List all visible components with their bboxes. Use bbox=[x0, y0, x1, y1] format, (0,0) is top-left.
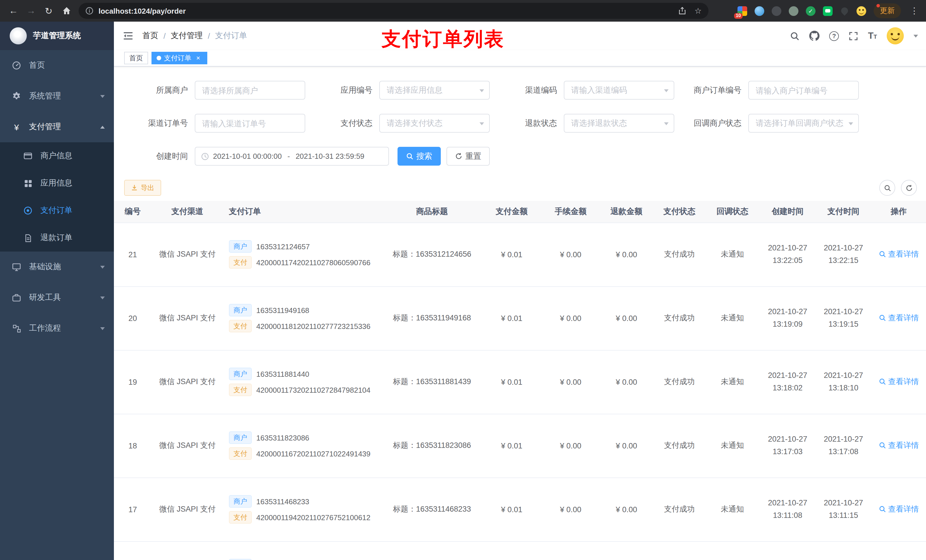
extension-check-icon[interactable]: ✓ bbox=[806, 6, 816, 16]
tab-pay-orders[interactable]: 支付订单× bbox=[151, 52, 207, 64]
view-detail-link[interactable]: 查看详情 bbox=[878, 313, 919, 323]
fullscreen-icon[interactable] bbox=[849, 31, 858, 41]
header-action: 操作 bbox=[872, 201, 926, 222]
font-size-icon[interactable]: TT bbox=[868, 31, 877, 41]
browser-update-button[interactable]: 更新 bbox=[874, 3, 901, 18]
cell-amount: ¥ 0.01 bbox=[481, 477, 542, 541]
sidebar-item-payment[interactable]: ¥ 支付管理 bbox=[0, 112, 114, 142]
update-label: 更新 bbox=[880, 6, 895, 16]
sidebar-item-dev-tools[interactable]: 研发工具 bbox=[0, 282, 114, 313]
merchant-input[interactable] bbox=[195, 81, 305, 100]
cell-notify: 未通知 bbox=[705, 350, 760, 414]
merchant-order-no-input[interactable] bbox=[748, 81, 859, 100]
help-icon[interactable]: ? bbox=[829, 31, 839, 41]
filter-row-2: 渠道订单号 支付状态 请选择支付状态 退款状态 请选择退款状态 回调商户状态 请… bbox=[114, 114, 926, 133]
pay-order-no: 4200001194202110276752100612 bbox=[256, 513, 371, 522]
search-icon[interactable] bbox=[790, 31, 800, 41]
pay-tag: 支付 bbox=[229, 383, 252, 396]
pay-time: 13:17:08 bbox=[816, 445, 872, 458]
header-refund: 退款金额 bbox=[599, 201, 654, 222]
target-icon bbox=[23, 206, 33, 215]
app-select[interactable]: 请选择应用信息 bbox=[379, 81, 490, 100]
sidebar-item-pay-orders[interactable]: 支付订单 bbox=[0, 197, 114, 224]
share-icon[interactable] bbox=[679, 7, 687, 15]
view-detail-link[interactable]: 查看详情 bbox=[878, 377, 919, 387]
sidebar-fold-icon[interactable] bbox=[123, 30, 134, 42]
cell-create-time: 2021-10-27 13:11:08 bbox=[760, 477, 816, 541]
main-area: 首页 / 支付管理 / 支付订单 支付订单列表 ? bbox=[114, 22, 926, 560]
tab-close-icon[interactable]: × bbox=[194, 54, 202, 62]
profile-avatar-icon[interactable] bbox=[856, 6, 866, 16]
cell-order: 商户 1635311823086 支付 42000011672021102710… bbox=[223, 414, 383, 477]
refresh-table-button[interactable] bbox=[901, 180, 917, 196]
chevron-down-icon bbox=[849, 122, 853, 125]
channel-order-no-input[interactable] bbox=[195, 114, 305, 133]
cell-amount: ¥ 0.01 bbox=[481, 350, 542, 414]
cell-order: 商户 1635312124657 支付 42000011742021102780… bbox=[223, 222, 383, 286]
user-avatar[interactable] bbox=[887, 27, 904, 44]
reload-icon[interactable]: ↻ bbox=[41, 3, 56, 18]
cell-status: 支付成功 bbox=[654, 222, 705, 286]
merchant-order-no: 1635311823086 bbox=[256, 433, 309, 442]
sidebar-item-workflow[interactable]: 工作流程 bbox=[0, 313, 114, 344]
extension-dark-icon[interactable] bbox=[772, 6, 781, 16]
view-detail-link[interactable]: 查看详情 bbox=[878, 504, 919, 515]
extension-drop-icon[interactable] bbox=[755, 6, 764, 16]
user-menu-caret-icon[interactable] bbox=[914, 35, 918, 37]
github-icon[interactable] bbox=[809, 31, 820, 41]
sidebar-item-merchant-info[interactable]: 商户信息 bbox=[0, 142, 114, 170]
header-fee: 手续金额 bbox=[542, 201, 599, 222]
table-row: 21 微信 JSAPI 支付 商户 1635312124657 支付 42000… bbox=[114, 222, 926, 286]
view-detail-link[interactable]: 查看详情 bbox=[878, 249, 919, 260]
cell-pay-time: 2021-10-27 13:19:15 bbox=[816, 286, 872, 350]
create-time: 13:22:05 bbox=[760, 254, 816, 267]
breadcrumb-payment[interactable]: 支付管理 bbox=[171, 31, 203, 41]
header-channel: 支付渠道 bbox=[151, 201, 223, 222]
sidebar-menu: 首页 系统管理 ¥ 支付管理 bbox=[0, 50, 114, 344]
header-amount: 支付金额 bbox=[481, 201, 542, 222]
breadcrumb-separator: / bbox=[208, 31, 210, 41]
sidebar-item-home[interactable]: 首页 bbox=[0, 50, 114, 81]
sidebar-item-refund-orders[interactable]: 退款订单 bbox=[0, 224, 114, 252]
field-label: 所属商户 bbox=[121, 85, 195, 95]
refund-status-select[interactable]: 请选择退款状态 bbox=[564, 114, 674, 133]
extensions-icon[interactable]: 10 bbox=[737, 6, 747, 16]
pay-date: 2021-10-27 bbox=[816, 242, 872, 254]
red-annotation-title: 支付订单列表 bbox=[381, 26, 505, 52]
pay-status-select[interactable]: 请选择支付状态 bbox=[379, 114, 490, 133]
app-logo[interactable]: 芋道管理系统 bbox=[0, 22, 114, 50]
date-range-picker[interactable]: 2021-10-01 00:00:00 - 2021-10-31 23:59:5… bbox=[195, 147, 389, 166]
cell-title bbox=[383, 541, 481, 560]
cell-pay-time: 2021-10-27 13:18:10 bbox=[816, 350, 872, 414]
pay-order-line: 支付 4200001167202110271022491439 bbox=[229, 447, 383, 460]
cell-title: 标题：1635311823086 bbox=[383, 414, 481, 477]
site-info-icon[interactable] bbox=[85, 7, 94, 15]
search-icon bbox=[884, 184, 891, 192]
cell-pay-time bbox=[816, 541, 872, 560]
breadcrumb-home[interactable]: 首页 bbox=[142, 31, 158, 41]
cell-pay-time: 2021-10-27 13:11:15 bbox=[816, 477, 872, 541]
back-icon[interactable]: ← bbox=[6, 3, 21, 18]
extension-chat-icon[interactable] bbox=[823, 6, 832, 16]
sidebar-item-infra[interactable]: 基础设施 bbox=[0, 252, 114, 282]
toggle-search-button[interactable] bbox=[879, 180, 895, 196]
channel-code-select[interactable]: 请输入渠道编码 bbox=[564, 81, 674, 100]
search-button[interactable]: 搜索 bbox=[398, 147, 441, 166]
sidebar-item-app-info[interactable]: 应用信息 bbox=[0, 170, 114, 197]
home-icon[interactable] bbox=[59, 3, 74, 18]
view-detail-link[interactable]: 查看详情 bbox=[878, 441, 919, 451]
tab-home[interactable]: 首页 bbox=[124, 52, 148, 64]
create-date: 2021-10-27 bbox=[760, 242, 816, 254]
bookmark-star-icon[interactable]: ☆ bbox=[694, 6, 702, 15]
export-button[interactable]: 导出 bbox=[124, 180, 161, 196]
notify-status-select[interactable]: 请选择订单回调商户状态 bbox=[748, 114, 859, 133]
extension-gray-icon[interactable] bbox=[789, 6, 799, 16]
forward-icon[interactable]: → bbox=[23, 3, 39, 18]
field-pay-status: 支付状态 请选择支付状态 bbox=[305, 114, 490, 133]
extensions-row: 10 ✓ 更新 ⋮ bbox=[717, 3, 920, 18]
extension-pin-icon[interactable] bbox=[840, 6, 849, 16]
browser-menu-icon[interactable]: ⋮ bbox=[908, 6, 920, 16]
reset-button[interactable]: 重置 bbox=[446, 147, 490, 166]
sidebar-item-system[interactable]: 系统管理 bbox=[0, 81, 114, 112]
address-bar[interactable]: localhost:1024/pay/order ☆ bbox=[79, 3, 708, 19]
